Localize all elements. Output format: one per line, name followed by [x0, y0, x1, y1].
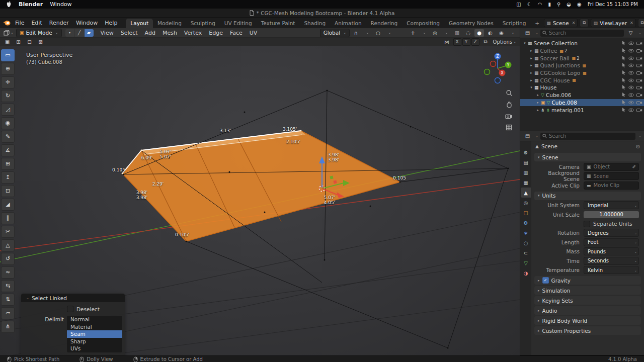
pan-hand-icon[interactable]	[505, 100, 513, 109]
selectable-toggle-icon[interactable]	[622, 63, 626, 68]
workspace-tab[interactable]: Shading	[299, 19, 330, 28]
tool-button[interactable]: ↻	[1, 90, 15, 102]
hide-viewport-eye-icon[interactable]	[628, 63, 634, 67]
properties-tab[interactable]: ⚙	[521, 218, 531, 228]
hide-viewport-eye-icon[interactable]	[628, 93, 634, 97]
overlays-toggle-button[interactable]: ◎	[430, 29, 440, 37]
unit-dropdown[interactable]: Degrees⌄	[584, 229, 639, 237]
selectable-toggle-icon[interactable]	[622, 108, 626, 113]
selectable-toggle-icon[interactable]	[622, 56, 626, 61]
workspace-tab[interactable]: Compositing	[402, 19, 444, 28]
hide-viewport-eye-icon[interactable]	[628, 78, 634, 82]
separate-units-checkbox[interactable]	[584, 221, 590, 227]
viewport-menu-item[interactable]: Vertex	[181, 29, 205, 37]
tool-button[interactable]: ◢	[1, 199, 15, 211]
outliner-row[interactable]: ▸ ▦ CGC House ▦	[520, 76, 644, 84]
xray-toggle-button[interactable]: ▥	[452, 29, 462, 37]
disable-render-camera-icon[interactable]	[636, 85, 642, 89]
selectable-toggle-icon[interactable]	[622, 93, 626, 98]
collapsed-panel-header[interactable]: ▸ ✓ Keying Sets	[534, 296, 641, 305]
expand-arrow-icon[interactable]: ▸	[529, 63, 534, 67]
delimit-option[interactable]: Sharp	[67, 338, 122, 345]
datablock-field[interactable]: ▣ Object ✐	[584, 163, 639, 171]
viewlayer-selector[interactable]: ▤ ViewLayer ✕	[591, 19, 635, 27]
display-icon[interactable]: ◫	[516, 2, 521, 7]
properties-search-input[interactable]: Search	[540, 133, 635, 140]
viewport-menu-item[interactable]: Mesh	[159, 29, 181, 37]
camera-view-icon[interactable]	[505, 112, 513, 120]
shading-wireframe-button[interactable]: ◌	[463, 29, 473, 37]
viewport-menu-item[interactable]: Face	[226, 29, 246, 37]
delimit-option[interactable]: Normal	[67, 316, 122, 323]
viewport-menu-item[interactable]: Edge	[205, 29, 226, 37]
properties-tab[interactable]: ▦	[521, 177, 531, 188]
properties-tab[interactable]: ▲	[521, 188, 531, 198]
viewport-menu-item[interactable]: UV	[246, 29, 261, 37]
datablock-field[interactable]: ▬ Movie Clip	[584, 182, 639, 190]
workspace-tab[interactable]: UV Editing	[220, 19, 257, 28]
eyedropper-icon[interactable]: ✐	[632, 164, 636, 169]
properties-tab[interactable]: ○	[521, 238, 531, 248]
unit-dropdown[interactable]: Kelvin⌄	[584, 266, 639, 274]
zoom-icon[interactable]	[505, 88, 513, 97]
menubar-app-name[interactable]: Blender	[19, 1, 43, 8]
mode-dropdown[interactable]: ▣ Edit Mode ⌄	[16, 29, 62, 37]
expand-arrow-icon[interactable]: ▸	[535, 108, 540, 112]
outliner-row[interactable]: ▸ ⋔ ⋔ metarig.001	[520, 106, 644, 114]
transform-orientation-dropdown[interactable]: Global ⌄	[320, 29, 350, 37]
outliner-row[interactable]: ▸ ▦ Coffee ▦ 2	[520, 47, 644, 55]
expand-arrow-icon[interactable]: ▸	[529, 49, 534, 53]
deselect-checkbox[interactable]	[67, 306, 73, 312]
properties-editor-dropdown[interactable]: ⌄	[535, 134, 538, 138]
gizmos-dropdown[interactable]: ⌄	[419, 29, 429, 37]
collapsed-panel-header[interactable]: ▸ ✓ Simulation	[534, 286, 641, 295]
gizmos-toggle-button[interactable]: ✛	[408, 29, 418, 37]
select-set-mode-button[interactable]: ▣	[3, 38, 12, 46]
disable-render-camera-icon[interactable]	[636, 49, 642, 53]
tool-button[interactable]: ≈	[1, 266, 15, 279]
shading-solid-button[interactable]: ●	[474, 29, 484, 37]
topbar-menu-item[interactable]: Window	[72, 19, 101, 27]
units-panel-header[interactable]: ▾ Units	[534, 192, 641, 200]
properties-tab[interactable]: □	[521, 208, 531, 218]
hide-viewport-eye-icon[interactable]	[628, 101, 634, 105]
properties-tab[interactable]: ▤	[521, 157, 531, 167]
properties-options-dropdown[interactable]: ⌄	[638, 134, 641, 138]
selectable-toggle-icon[interactable]	[622, 41, 626, 46]
spotlight-icon[interactable]: ⚲	[557, 2, 560, 7]
collapsed-panel-header[interactable]: ▸ ✓ Rigid Body World	[534, 316, 641, 325]
disable-render-camera-icon[interactable]	[636, 101, 642, 105]
options-dropdown[interactable]: Options⌄	[492, 38, 517, 46]
outliner-row[interactable]: ▾ ▦ Scene Collection	[520, 40, 644, 47]
viewport-menu-item[interactable]: View	[97, 29, 117, 37]
navigation-gizmo[interactable]: Z Y X	[479, 50, 516, 86]
tool-button[interactable]: ⋔	[1, 321, 15, 333]
wifi-icon[interactable]: ◠	[538, 2, 542, 7]
outliner-row[interactable]: ▸ ▦ Quad Junctions ▦	[520, 62, 644, 69]
collapse-arrow-icon[interactable]: ⌄	[26, 296, 29, 300]
hide-viewport-eye-icon[interactable]	[628, 71, 634, 75]
tool-button[interactable]: ✛	[1, 76, 15, 88]
tool-button[interactable]: ↺	[1, 253, 15, 265]
viewport-menu-item[interactable]: Add	[141, 29, 159, 37]
control-center-icon[interactable]: ◒	[567, 2, 571, 7]
viewlayer-remove-icon[interactable]: ✕	[630, 21, 633, 25]
collapsed-panel-header[interactable]: ▸ ✓ Gravity	[534, 276, 641, 285]
selectable-toggle-icon[interactable]	[622, 70, 626, 75]
menubar-window-menu[interactable]: Window	[50, 1, 71, 8]
hide-viewport-eye-icon[interactable]	[628, 108, 634, 112]
snap-settings-dropdown[interactable]: ⌄	[362, 29, 372, 37]
disable-render-camera-icon[interactable]	[636, 108, 642, 112]
expand-arrow-icon[interactable]: ▾	[529, 85, 534, 89]
blender-logo-icon[interactable]	[2, 19, 12, 27]
scene-selector[interactable]: ▦ Scene ✕	[544, 19, 578, 27]
tool-button[interactable]: ▭	[1, 49, 15, 61]
selectable-toggle-icon[interactable]	[622, 78, 626, 83]
properties-tab[interactable]: ⚙	[521, 147, 531, 157]
face-select-mode-button[interactable]: ▰	[85, 29, 94, 37]
unit-system-dropdown[interactable]: Imperial⌄	[584, 201, 639, 209]
workspace-tab[interactable]: Texture Paint	[257, 19, 300, 28]
selectable-toggle-icon[interactable]	[622, 100, 626, 105]
operator-panel-header[interactable]: ⌄ Select Linked	[21, 294, 125, 302]
properties-tab[interactable]: ⊂	[521, 248, 531, 258]
